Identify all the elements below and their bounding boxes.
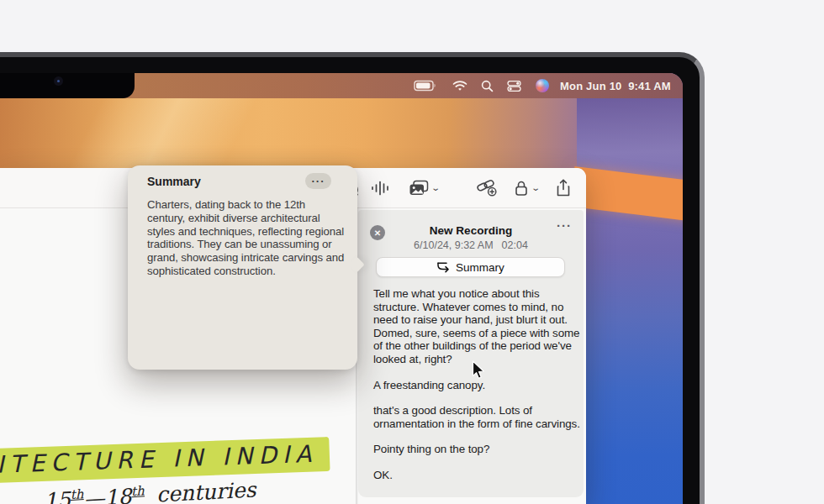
- summary-button[interactable]: Summary: [376, 257, 565, 277]
- transcript-paragraph: Pointy thing on the top?: [373, 443, 584, 456]
- audio-waveform-icon[interactable]: [371, 168, 391, 207]
- recording-panel: ✕ New Recording ··· 6/10/24, 9:32 AM02:0…: [358, 210, 584, 497]
- search-icon[interactable]: [481, 73, 494, 98]
- menu-bar-clock[interactable]: Mon Jun 10 9:41 AM: [560, 73, 671, 98]
- recording-more-button[interactable]: ···: [557, 218, 572, 233]
- chevron-down-icon: ⌄: [430, 183, 441, 192]
- popover-title: Summary: [147, 175, 201, 188]
- share-icon[interactable]: [556, 168, 571, 207]
- recording-title: New Recording: [358, 224, 584, 237]
- transcript-paragraph: that's a good description. Lots of ornam…: [373, 404, 584, 430]
- note-subheading: 15th—18thcenturies: [43, 477, 256, 504]
- popover-more-button[interactable]: ···: [305, 173, 331, 189]
- camera-dot: [54, 76, 63, 86]
- macbook-screen: Mon Jun 10 9:41 AM: [0, 73, 683, 504]
- media-picker-icon[interactable]: ⌄: [409, 168, 439, 207]
- popover-summary-text: Charters, dating back to the 12th centur…: [147, 198, 346, 278]
- wallpaper-right-gradient: [577, 97, 683, 504]
- recording-duration: 02:04: [502, 239, 528, 251]
- lock-icon[interactable]: ⌄: [514, 168, 539, 207]
- add-link-icon[interactable]: [476, 168, 498, 207]
- recording-date-row: 6/10/24, 9:32 AM02:04: [358, 239, 584, 251]
- transcript-paragraph: Tell me what you notice about this struc…: [373, 287, 584, 366]
- chevron-down-icon: ⌄: [531, 183, 541, 192]
- summarize-icon: [436, 261, 450, 273]
- summary-popover: Summary ··· Charters, dating back to the…: [128, 165, 357, 370]
- note-heading-highlighted: ITECTURE IN INDIA: [0, 437, 330, 483]
- mouse-cursor: [472, 360, 486, 384]
- transcript-text: Tell me what you notice about this struc…: [373, 287, 584, 495]
- wifi-icon[interactable]: [452, 73, 467, 98]
- transcript-paragraph: OK.: [373, 469, 584, 482]
- summary-button-label: Summary: [456, 261, 504, 274]
- siri-icon[interactable]: [536, 73, 549, 98]
- battery-icon[interactable]: [414, 73, 437, 98]
- camera-notch: [0, 73, 135, 98]
- control-center-icon[interactable]: [507, 73, 521, 98]
- recording-date: 6/10/24, 9:32 AM: [414, 239, 494, 251]
